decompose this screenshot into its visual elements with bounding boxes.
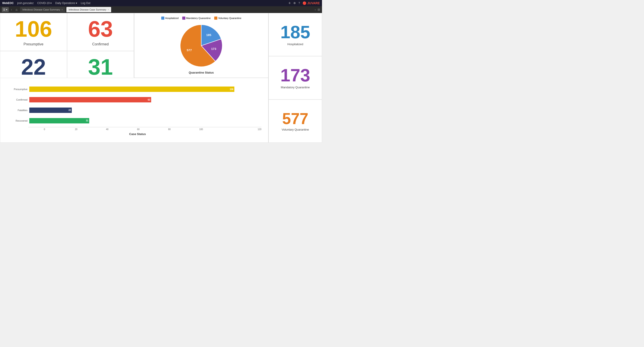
- tab-bar-right: › ⊞: [314, 8, 320, 12]
- mandatory-stat-label: Mandatory Quarantine: [281, 86, 310, 89]
- presumptive-label: Presumptive: [24, 42, 44, 46]
- brand-label: WebEOC: [2, 2, 14, 5]
- bar-row: Recovered31: [14, 117, 262, 124]
- bar-container: 22: [29, 108, 262, 113]
- pie-chart-title: Quarantine Status: [189, 71, 214, 74]
- legend-label-voluntary: Voluntary Quarantine: [218, 17, 241, 20]
- confirmed-number: 63: [88, 18, 113, 40]
- confirmed-label: Confirmed: [92, 42, 109, 46]
- bar-row: Presumptive106: [14, 86, 262, 93]
- covid19-menu[interactable]: COVID-19: [37, 2, 52, 5]
- tab-active-close[interactable]: ×: [108, 8, 109, 11]
- voluntary-stat-cell: 577 Voluntary Quarantine: [268, 100, 322, 143]
- stats-grid: 106 Presumptive 63 Confirmed 22 Fataliti…: [0, 13, 134, 78]
- bar-container: 106: [29, 86, 262, 92]
- tab-inactive-label: Infectious Disease Case Summary: [22, 8, 60, 11]
- bar-fill: 22: [29, 108, 72, 113]
- x-tick: 120: [230, 128, 262, 130]
- mandatory-stat-cell: 173 Mandatory Quarantine: [268, 56, 322, 99]
- nav-back-arrow[interactable]: ‹: [10, 8, 13, 12]
- user-label[interactable]: josh.gonzalez: [17, 2, 34, 5]
- voluntary-stat-label: Voluntary Quarantine: [282, 128, 309, 131]
- bar-chart-title: Case Status: [14, 132, 262, 136]
- bar-value-label: 106: [230, 88, 234, 90]
- bar-panel: Presumptive106Confirmed63Fatalities22Rec…: [0, 78, 268, 143]
- tab-inactive[interactable]: Infectious Disease Case Summary ×: [20, 7, 65, 12]
- bar-label: Presumptive: [14, 88, 29, 90]
- x-tick: 60: [137, 128, 168, 130]
- bar-value-label: 31: [86, 120, 89, 122]
- bars-area: Presumptive106Confirmed63Fatalities22Rec…: [14, 82, 262, 126]
- top-nav-right: ✛ ⚙ ? 🔴 JUVARE: [288, 1, 320, 5]
- gear-icon: ⚙: [294, 2, 296, 5]
- pie-legend: Hospitalized Mandatory Quarantine Volunt…: [161, 16, 242, 20]
- daily-ops-menu[interactable]: Daily Operations: [55, 2, 77, 5]
- pie-chart-svg: 185173577: [177, 22, 226, 69]
- bar-value-label: 22: [68, 109, 72, 111]
- legend-mandatory: Mandatory Quarantine: [182, 16, 211, 20]
- legend-dot-mandatory: [182, 16, 185, 20]
- svg-text:173: 173: [211, 47, 216, 50]
- legend-dot-voluntary: [214, 16, 217, 20]
- bar-container: 63: [29, 97, 262, 102]
- x-tick: 40: [106, 128, 137, 130]
- hospitalized-stat-number: 185: [280, 23, 310, 41]
- bar-label: Recovered: [14, 120, 29, 122]
- main-content: 106 Presumptive 63 Confirmed 22 Fataliti…: [0, 13, 322, 174]
- presumptive-number: 106: [15, 18, 52, 40]
- bar-row: Confirmed63: [14, 96, 262, 103]
- juvare-logo: 🔴 JUVARE: [302, 1, 320, 5]
- tab-menu-button[interactable]: ☰ ▾: [2, 7, 9, 12]
- bar-label: Fatalities: [14, 109, 29, 112]
- presumptive-cell: 106 Presumptive: [0, 13, 67, 51]
- mandatory-stat-number: 173: [280, 66, 310, 84]
- info-icon: ?: [298, 2, 300, 5]
- home-button[interactable]: ⌂: [14, 8, 19, 12]
- x-axis: 020406080100120: [28, 127, 262, 130]
- tab-active-label: Infectious Disease Case Summary: [69, 8, 106, 11]
- legend-dot-hospitalized: [161, 16, 164, 20]
- hospitalized-stat-label: Hospitalized: [287, 42, 303, 46]
- right-stats: 185 Hospitalized 173 Mandatory Quarantin…: [268, 13, 322, 143]
- bar-container: 31: [29, 118, 262, 124]
- hospitalized-stat-cell: 185 Hospitalized: [268, 13, 322, 56]
- legend-label-hospitalized: Hospitalized: [165, 17, 179, 20]
- svg-text:185: 185: [206, 33, 211, 37]
- tab-inactive-close[interactable]: ×: [62, 8, 63, 11]
- tab-grid-icon[interactable]: ⊞: [318, 8, 320, 12]
- legend-label-mandatory: Mandatory Quarantine: [186, 17, 211, 20]
- bar-label: Confirmed: [14, 98, 29, 101]
- cross-icon: ✛: [288, 2, 291, 5]
- recovered-number: 31: [88, 56, 113, 78]
- x-tick: 80: [168, 128, 199, 130]
- tab-bar: ☰ ▾ ‹ ⌂ Infectious Disease Case Summary …: [0, 6, 322, 13]
- bar-row: Fatalities22: [14, 107, 262, 114]
- bar-value-label: 63: [148, 98, 151, 101]
- pie-panel: Hospitalized Mandatory Quarantine Volunt…: [134, 13, 268, 78]
- tab-active[interactable]: Infectious Disease Case Summary ×: [66, 7, 111, 12]
- fatalities-number: 22: [21, 56, 46, 78]
- top-nav: WebEOC josh.gonzalez COVID-19 Daily Oper…: [0, 0, 322, 6]
- x-tick: 100: [199, 128, 230, 130]
- tab-bar-left: ☰ ▾ ‹ ⌂ Infectious Disease Case Summary …: [2, 7, 111, 12]
- x-tick: 0: [44, 128, 75, 130]
- bar-fill: 106: [29, 86, 234, 92]
- bar-fill: 31: [29, 118, 89, 124]
- legend-voluntary: Voluntary Quarantine: [214, 16, 241, 20]
- legend-hospitalized: Hospitalized: [161, 16, 179, 20]
- voluntary-stat-number: 577: [282, 111, 308, 126]
- bar-fill: 63: [29, 97, 151, 102]
- svg-text:577: 577: [187, 48, 192, 52]
- x-tick: 20: [75, 128, 106, 130]
- logout-link[interactable]: Log Out: [81, 2, 90, 5]
- confirmed-cell: 63 Confirmed: [67, 13, 134, 51]
- tab-forward-arrow[interactable]: ›: [314, 8, 316, 12]
- bar-chart-container: Presumptive106Confirmed63Fatalities22Rec…: [14, 82, 262, 136]
